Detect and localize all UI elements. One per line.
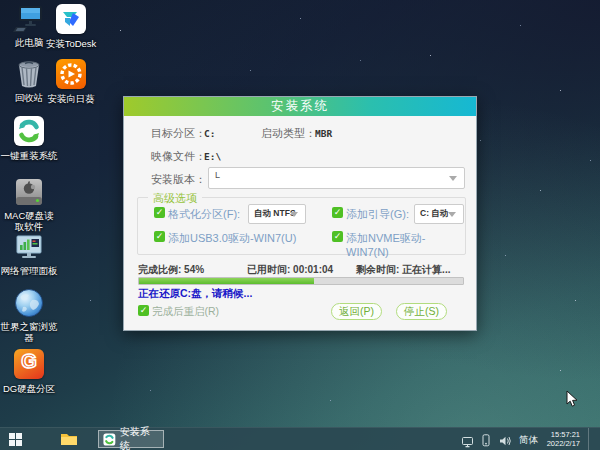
world-browser-icon: [13, 287, 45, 319]
desktop-icon-network-panel[interactable]: 网络管理面板: [0, 231, 58, 276]
show-desktop-divider[interactable]: [588, 428, 589, 450]
usb3-driver-checkbox[interactable]: ✓: [154, 231, 165, 242]
restart-after-checkbox[interactable]: ✓: [138, 305, 149, 316]
desktop-icon-label: 安装向日葵: [42, 93, 100, 104]
image-file-label: 映像文件：: [151, 149, 206, 164]
input-method-indicator[interactable]: 简体: [519, 434, 538, 447]
back-button[interactable]: 返回(P): [331, 303, 382, 320]
image-file-value: E:\: [204, 151, 221, 162]
desktop-icon-world-browser[interactable]: 世界之窗浏览器: [0, 287, 58, 343]
network-tray-icon[interactable]: [462, 434, 475, 450]
boot-type-label: 启动类型：: [261, 126, 316, 141]
reinstall-system-icon: [103, 433, 116, 446]
install-version-select[interactable]: L: [208, 167, 465, 189]
add-boot-checkbox[interactable]: ✓: [332, 207, 343, 218]
desktop-icon-label: 网络管理面板: [0, 265, 58, 276]
star-field: [0, 0, 1, 1]
chevron-down-icon: [449, 176, 457, 181]
windows-logo-icon: [9, 433, 22, 446]
desktop-icon-reinstall-system[interactable]: 一键重装系统: [0, 115, 58, 161]
reinstall-system-icon: [13, 116, 45, 148]
file-explorer-button[interactable]: [60, 431, 78, 450]
nvme-driver-label[interactable]: 添加NVME驱动-WIN7(N): [346, 231, 465, 258]
this-pc-icon: [13, 3, 45, 35]
target-partition-label: 目标分区：: [151, 126, 206, 141]
clock-date: 2022/2/17: [538, 439, 580, 448]
status-text: 正在还原C:盘，请稍候...: [138, 287, 252, 301]
taskbar-app-install-system[interactable]: 安装系统: [98, 430, 164, 448]
desktop-icon-label: DG硬盘分区: [0, 383, 58, 394]
boot-type-value: MBR: [315, 128, 332, 139]
desktop-icon-label: 世界之窗浏览器: [0, 321, 58, 343]
install-version-value: L: [215, 170, 220, 180]
network-panel-icon: [13, 231, 45, 263]
mac-disk-icon: [13, 176, 45, 208]
todesk-icon: [55, 4, 87, 36]
start-button[interactable]: [9, 433, 22, 446]
progress-bar: [138, 277, 464, 285]
format-partition-label[interactable]: 格式化分区(F):: [168, 207, 240, 222]
usb3-driver-label[interactable]: 添加USB3.0驱动-WIN7(U): [168, 231, 296, 246]
taskbar-app-label: 安装系统: [120, 425, 159, 450]
advanced-options-group: 高级选项 ✓ 格式化分区(F): 自动 NTFS ✓ 添加引导(G): C: 自…: [137, 197, 466, 255]
boot-target-value: C: 自动: [420, 208, 448, 220]
desktop-icon-diskgenius[interactable]: G DG硬盘分区: [0, 348, 58, 394]
progress-percent-label: 完成比例: 54%: [138, 263, 204, 277]
clock-time: 15:57:21: [538, 430, 580, 439]
install-version-label: 安装版本：: [151, 172, 206, 187]
desktop-icon-label: 一键重装系统: [0, 150, 58, 161]
advanced-options-legend: 高级选项: [148, 191, 202, 206]
dialog-title-bar: 安装系统: [124, 97, 476, 116]
taskbar: 安装系统 简体 15:57:21 2022/2/17: [0, 427, 600, 450]
folder-icon: [60, 431, 78, 447]
install-system-dialog: 安装系统 目标分区： C: 启动类型： MBR 映像文件： E:\ 安装版本： …: [123, 96, 477, 331]
desktop-icon-todesk[interactable]: 安装ToDesk: [42, 3, 100, 49]
stop-button[interactable]: 停止(S): [396, 303, 447, 320]
desktop-icon-label: MAC硬盘读取软件: [0, 210, 58, 232]
desktop-wallpaper: 此电脑 安装ToDesk 回收站: [0, 0, 600, 450]
clock[interactable]: 15:57:21 2022/2/17: [538, 430, 580, 448]
mouse-cursor: [566, 390, 580, 408]
restart-after-label[interactable]: 完成后重启(R): [152, 305, 219, 319]
desktop-icon-sunflower[interactable]: 安装向日葵: [42, 58, 100, 104]
sunflower-icon: [55, 59, 87, 91]
recycle-bin-icon: [13, 58, 45, 90]
boot-target-select[interactable]: C: 自动: [414, 204, 464, 224]
desktop-icon-label: 安装ToDesk: [42, 38, 100, 49]
progress-elapsed-label: 已用时间: 00:01:04: [247, 263, 333, 277]
volume-tray-icon[interactable]: [499, 433, 512, 450]
progress-bar-fill: [139, 278, 314, 284]
usb-device-tray-icon[interactable]: [482, 433, 490, 450]
add-boot-label[interactable]: 添加引导(G):: [346, 207, 409, 222]
target-partition-value: C:: [204, 128, 215, 139]
diskgenius-icon: G: [13, 349, 45, 381]
progress-remaining-label: 剩余时间: 正在计算...: [356, 263, 450, 277]
chevron-down-icon: [448, 212, 456, 217]
format-partition-checkbox[interactable]: ✓: [154, 207, 165, 218]
chevron-down-icon: [290, 212, 298, 217]
nvme-driver-checkbox[interactable]: ✓: [332, 231, 343, 242]
format-type-select[interactable]: 自动 NTFS: [248, 204, 306, 224]
desktop-icon-mac-disk[interactable]: MAC硬盘读取软件: [0, 176, 58, 232]
